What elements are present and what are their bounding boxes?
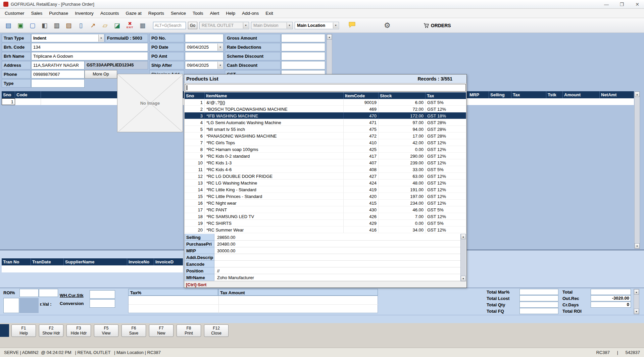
scroll-up-icon[interactable]: [461, 234, 466, 239]
product-row[interactable]: 5 *MI smart tv 55 inch 475 94.00 GST 28%: [185, 126, 466, 133]
po-no-input[interactable]: [185, 34, 224, 42]
menu-item[interactable]: Gaze at: [122, 9, 145, 17]
menu-item[interactable]: Help: [222, 9, 239, 17]
more-options-button[interactable]: More Op: [85, 70, 117, 79]
menu-item[interactable]: Alert: [207, 9, 223, 17]
menu-item[interactable]: Accounts: [97, 9, 122, 17]
roi-input-3[interactable]: [3, 298, 19, 313]
product-row[interactable]: 7 *RC Girls Tops 410 42.00 GST 12%: [185, 139, 466, 146]
function-key-button[interactable]: F12 Close: [204, 324, 229, 337]
maximize-button[interactable]: ❐: [618, 2, 625, 7]
menu-item[interactable]: Reports: [145, 9, 167, 17]
totals-scrollbar[interactable]: [634, 289, 639, 314]
conversion-input[interactable]: [90, 299, 115, 308]
history-grid-row[interactable]: [2, 265, 183, 272]
location-select[interactable]: Main Location: [295, 22, 339, 29]
po-date-input[interactable]: 09/04/2025: [185, 43, 224, 51]
function-key-button[interactable]: F1 Help: [11, 324, 36, 337]
scheme-discount-value[interactable]: [281, 52, 325, 60]
col-item-name[interactable]: ItemName: [205, 92, 344, 99]
function-key-button[interactable]: F8 Print: [177, 324, 201, 337]
col-stock[interactable]: Stock: [379, 92, 426, 99]
close-button[interactable]: ✕: [634, 2, 641, 7]
product-row[interactable]: 16 *RC Night wear 415 234.00 GST 12%: [185, 200, 466, 206]
product-row[interactable]: 11 *RC Kids 4-6 408 33.00 GST 5%: [185, 166, 466, 173]
go-button[interactable]: Go: [188, 22, 197, 29]
rate-deductions-value[interactable]: [281, 43, 325, 51]
grid-scrollbar[interactable]: [634, 91, 640, 249]
chevron-down-icon[interactable]: [243, 22, 248, 29]
export-icon[interactable]: ↗: [88, 20, 98, 31]
form-scrollbar[interactable]: [327, 34, 332, 79]
scroll-up-icon[interactable]: [635, 92, 640, 97]
scroll-down-icon[interactable]: [635, 243, 640, 249]
product-row[interactable]: 3 *IFB WASHING MACHINE 470 172.00 GST 18…: [185, 112, 466, 119]
roi-input-1[interactable]: [19, 289, 39, 297]
product-row[interactable]: 13 *RC LG Washing Machine 424 48.00 GST …: [185, 180, 466, 186]
menu-item[interactable]: Purchase: [46, 9, 71, 17]
product-row[interactable]: 14 *RC Little King - Standard 419 191.00…: [185, 186, 466, 193]
gross-amount-value[interactable]: [281, 34, 325, 42]
product-row[interactable]: 18 *RC SAMSUNG LED TV 426 7.00 GST 12%: [185, 213, 466, 220]
menu-item[interactable]: Add-ons: [239, 9, 262, 17]
save-icon[interactable]: ▣: [15, 20, 26, 31]
row-sno-cell[interactable]: 1: [2, 98, 15, 105]
cash-discount-value[interactable]: [281, 61, 325, 69]
wh-cur-stk-input[interactable]: [90, 290, 115, 299]
exit-icon[interactable]: ✖ EXIT: [124, 20, 136, 31]
wh-cur-stk-label[interactable]: WH.Cur.Stk: [60, 293, 84, 298]
function-key-button[interactable]: F6 Save: [121, 324, 146, 337]
product-row[interactable]: 12 *RC LG DOUBLE DOOR FRIDGE 427 63.00 G…: [185, 173, 466, 180]
calendar-dropdown-icon[interactable]: [217, 44, 223, 51]
menu-item[interactable]: Customer: [1, 9, 28, 17]
product-row[interactable]: 15 *RC Little Princes - Standard 420 197…: [185, 193, 466, 200]
scroll-up-icon[interactable]: [327, 34, 332, 40]
chart-icon[interactable]: ◪: [112, 20, 122, 31]
print-icon[interactable]: ▥: [52, 20, 62, 31]
col-sno[interactable]: Sno: [185, 92, 205, 99]
chevron-down-icon[interactable]: [333, 22, 338, 29]
po-amt-input[interactable]: [185, 52, 224, 60]
product-search-input[interactable]: [185, 84, 466, 92]
settings-gear-icon[interactable]: ⚙: [384, 21, 391, 30]
product-row[interactable]: 8 *RC Hamam soap 100gms 425 0.00 GST 12%: [185, 146, 466, 153]
row-code-cell[interactable]: [15, 98, 41, 105]
roi-input-2[interactable]: [39, 289, 58, 297]
folder-icon[interactable]: ▱: [100, 20, 110, 31]
col-item-code[interactable]: ItemCode: [344, 92, 379, 99]
chat-icon[interactable]: [348, 22, 356, 29]
menu-item[interactable]: Inventory: [71, 9, 97, 17]
product-row[interactable]: 20 *RC Summer Wear 416 34.00 GST 12%: [185, 226, 466, 233]
address-input[interactable]: 11A,SARATHY NAGAR: [31, 61, 85, 69]
tran-type-select[interactable]: Indent: [31, 34, 104, 42]
browse-icon[interactable]: ▤: [3, 20, 13, 31]
ship-after-input[interactable]: 09/04/2025: [185, 61, 224, 69]
scroll-down-icon[interactable]: [634, 309, 639, 314]
orders-button[interactable]: ORDERS: [424, 23, 451, 28]
scroll-up-icon[interactable]: [634, 289, 639, 295]
details-scrollbar[interactable]: [460, 234, 466, 281]
type-input[interactable]: [31, 79, 85, 88]
function-key-button[interactable]: F2 Show Hdr: [39, 324, 63, 337]
product-row[interactable]: 4 *LG Semi Automatic Washing Machine 471…: [185, 119, 466, 126]
product-row[interactable]: 9 *RC Kids 0-2 standard 417 290.00 GST 1…: [185, 153, 466, 159]
product-row[interactable]: 6 *PANASONIC WASHING MACHINE 472 17.00 G…: [185, 133, 466, 139]
menu-item[interactable]: Exit: [262, 9, 277, 17]
phone-input[interactable]: 09989879067: [31, 70, 85, 79]
minimize-button[interactable]: —: [603, 2, 610, 7]
product-row[interactable]: 17 *RC PANT 430 46.00 GST 5%: [185, 206, 466, 213]
outlet-select[interactable]: RETAIL OUTLET: [199, 22, 249, 29]
product-row[interactable]: 19 *RC SHIRTS 429 0.00 GST 5%: [185, 220, 466, 226]
calendar-dropdown-icon[interactable]: [217, 62, 223, 69]
scroll-down-icon[interactable]: [461, 276, 466, 281]
product-row[interactable]: 2 *BOSCH TOPLOADWASHING MACHINE 469 72.0…: [185, 106, 466, 112]
menu-item[interactable]: Service: [167, 9, 189, 17]
product-row[interactable]: 1 &!@:,?[]{} 90019 6.00 GST 5%: [185, 99, 466, 106]
function-key-button[interactable]: F5 View: [94, 324, 118, 337]
product-row[interactable]: 10 *RC Kids 1-3 407 239.00 GST 12%: [185, 159, 466, 166]
display-icon[interactable]: ▢: [28, 20, 38, 31]
copy-icon[interactable]: ▨: [64, 20, 74, 31]
brh-name-input[interactable]: Triplicane A Godown: [31, 52, 148, 60]
global-search-input[interactable]: ALT+G(Search: [153, 22, 186, 29]
calculator-icon[interactable]: ◧: [40, 20, 50, 31]
